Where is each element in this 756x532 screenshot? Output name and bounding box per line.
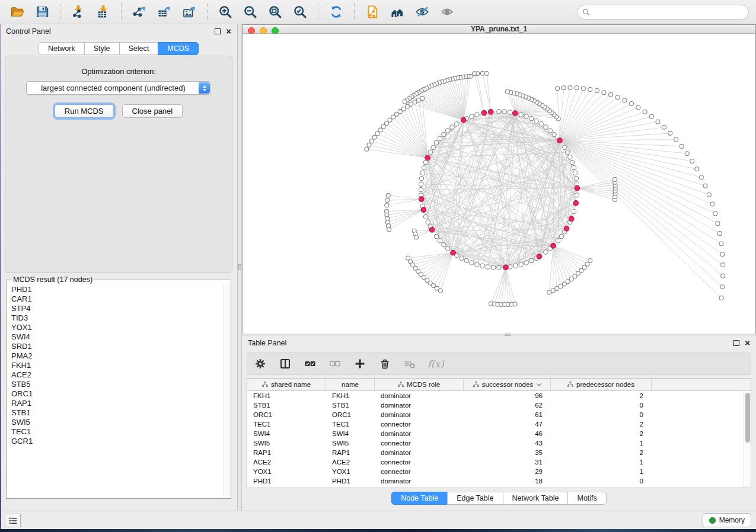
- criterion-dropdown[interactable]: largest connected component (undirected): [26, 81, 211, 95]
- mcds-result-item[interactable]: PMA2: [7, 351, 230, 361]
- network-canvas[interactable]: [243, 34, 755, 335]
- table-tab-network-table[interactable]: Network Table: [503, 492, 569, 505]
- table-cell: 96: [464, 391, 551, 400]
- table-tab-node-table[interactable]: Node Table: [391, 492, 448, 505]
- table-cell: YOX1: [247, 467, 326, 476]
- close-panel-button[interactable]: Close panel: [122, 104, 183, 118]
- table-tab-edge-table[interactable]: Edge Table: [447, 492, 503, 505]
- eye-slash-button[interactable]: [412, 2, 433, 22]
- open-file-button[interactable]: [7, 2, 28, 22]
- double-house-button[interactable]: [387, 2, 408, 22]
- table-row[interactable]: ACE2ACE2connector311: [247, 457, 751, 467]
- table-row[interactable]: YOX1YOX1connector291: [247, 467, 751, 476]
- zoom-out-button[interactable]: [240, 2, 261, 22]
- tab-mcds[interactable]: MCDS: [158, 42, 199, 55]
- table-cell: dominator: [375, 448, 464, 457]
- mcds-result-item[interactable]: GCR1: [7, 437, 230, 446]
- leaf-node: [385, 203, 389, 207]
- zoom-selected-button[interactable]: [289, 2, 311, 22]
- export-table-button[interactable]: [154, 2, 175, 22]
- table-row[interactable]: TEC1TEC1connector472: [247, 419, 751, 429]
- network-from-file-button[interactable]: [362, 2, 383, 22]
- search-input[interactable]: [593, 7, 748, 18]
- mcds-result-item[interactable]: FKH1: [7, 361, 230, 370]
- mcds-hub-node: [451, 250, 456, 255]
- column-header-name[interactable]: name: [326, 379, 375, 390]
- network-window: YPA_prune.txt_1: [242, 24, 756, 334]
- task-history-button[interactable]: [5, 514, 21, 527]
- columns-button[interactable]: [278, 357, 292, 371]
- table-panel-title: Table Panel: [248, 339, 286, 347]
- ring-node: [438, 136, 442, 140]
- mcds-result-item[interactable]: RAP1: [7, 399, 230, 408]
- tab-select[interactable]: Select: [119, 42, 159, 55]
- table-row[interactable]: FKH1FKH1dominator962: [247, 391, 751, 400]
- column-header-MCDS-role[interactable]: MCDS role: [375, 379, 464, 390]
- table-scrollbar[interactable]: [744, 392, 751, 487]
- table-cell: 1: [551, 467, 652, 476]
- table-cell: 1: [551, 457, 652, 467]
- zoom-fit-button[interactable]: [264, 2, 286, 22]
- leaf-node: [716, 222, 720, 226]
- mcds-result-item[interactable]: CAR1: [7, 294, 230, 304]
- tab-network[interactable]: Network: [39, 42, 85, 55]
- network-graph[interactable]: [243, 34, 755, 335]
- run-mcds-button[interactable]: Run MCDS: [55, 104, 114, 118]
- mcds-result-item[interactable]: SWI4: [7, 332, 230, 342]
- columns-icon: [279, 358, 291, 370]
- ring-node: [519, 113, 523, 117]
- export-network-button[interactable]: [129, 2, 150, 22]
- mcds-result-item[interactable]: ORC1: [7, 389, 230, 399]
- table-row[interactable]: SWI5SWI5connector431: [247, 438, 751, 448]
- mcds-result-item[interactable]: STB1: [7, 408, 230, 418]
- mcds-result-item[interactable]: TID3: [7, 313, 230, 323]
- deselect-all-button[interactable]: [328, 357, 342, 371]
- tab-style[interactable]: Style: [84, 42, 120, 55]
- import-table-button[interactable]: [92, 2, 114, 22]
- toolbar-separator: [121, 4, 122, 20]
- settings-button[interactable]: [253, 357, 267, 371]
- mcds-result-item[interactable]: ACE2: [7, 370, 230, 380]
- refresh-layout-button[interactable]: [326, 2, 347, 22]
- vertical-splitter[interactable]: [238, 24, 242, 511]
- scrollbar-thumb[interactable]: [745, 393, 750, 443]
- float-panel-icon[interactable]: [733, 340, 739, 346]
- splitter-grip[interactable]: [238, 264, 241, 270]
- table-row[interactable]: PHD1PHD1dominator180: [247, 476, 751, 486]
- mcds-result-item[interactable]: YOX1: [7, 323, 230, 332]
- mcds-result-item[interactable]: STB5: [7, 380, 230, 389]
- mcds-result-item[interactable]: SWI5: [7, 418, 230, 427]
- column-header-successor-nodes[interactable]: successor nodes: [464, 379, 551, 390]
- column-header-shared-name[interactable]: shared name: [247, 379, 326, 390]
- search-box[interactable]: [577, 5, 749, 20]
- float-panel-icon[interactable]: [215, 28, 221, 34]
- add-row-icon: [354, 358, 366, 370]
- table-tab-motifs[interactable]: Motifs: [567, 492, 606, 505]
- table-row[interactable]: STB1STB1dominator620: [247, 400, 751, 410]
- table-row[interactable]: RAP1RAP1dominator352: [247, 448, 751, 457]
- table-row[interactable]: SWI4SWI4dominator462: [247, 429, 751, 438]
- close-panel-icon[interactable]: ×: [226, 28, 231, 34]
- status-bar: Memory: [0, 511, 756, 529]
- network-from-file-icon: [365, 5, 379, 19]
- table-cell: SWI5: [326, 438, 375, 448]
- select-all-button[interactable]: [303, 357, 317, 371]
- zoom-in-button[interactable]: [215, 2, 236, 22]
- close-panel-icon[interactable]: ×: [745, 340, 750, 346]
- ring-node: [422, 165, 426, 169]
- column-label: successor nodes: [482, 381, 533, 388]
- mcds-result-item[interactable]: TEC1: [7, 427, 230, 437]
- import-network-button[interactable]: [68, 2, 89, 22]
- result-scrollbar[interactable]: [224, 285, 230, 498]
- network-titlebar: YPA_prune.txt_1: [243, 25, 755, 34]
- export-image-button[interactable]: [178, 2, 200, 22]
- mcds-result-item[interactable]: PHD1: [7, 285, 230, 294]
- memory-button[interactable]: Memory: [703, 513, 751, 527]
- delete-row-button[interactable]: [378, 357, 392, 371]
- save-session-button[interactable]: [31, 2, 53, 22]
- column-header-predecessor-nodes[interactable]: predecessor nodes: [551, 379, 652, 390]
- table-row[interactable]: ORC1ORC1dominator610: [247, 410, 751, 419]
- add-row-button[interactable]: [353, 357, 367, 371]
- mcds-result-item[interactable]: STP4: [7, 304, 230, 313]
- mcds-result-item[interactable]: SRD1: [7, 342, 230, 351]
